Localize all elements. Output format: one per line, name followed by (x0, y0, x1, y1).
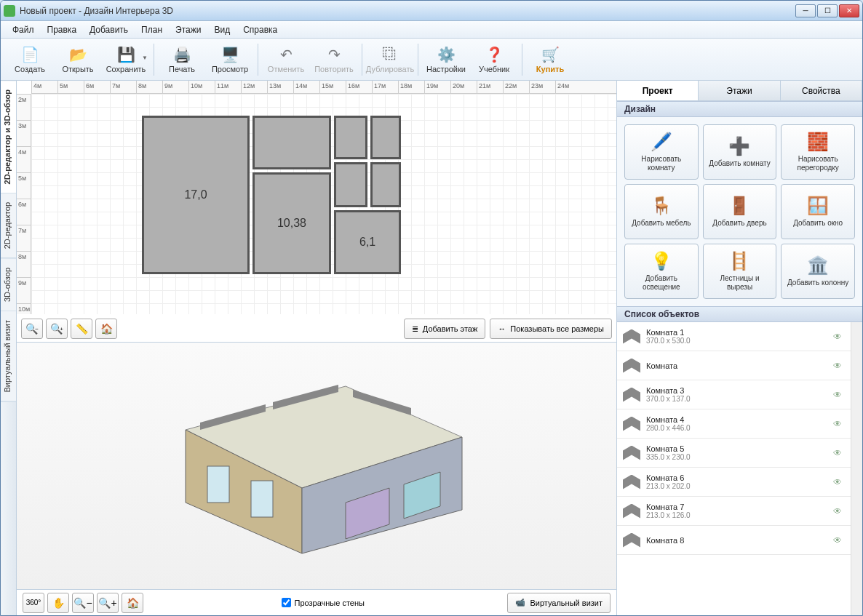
add-room-button[interactable]: ➕Добавить комнату (703, 124, 777, 180)
view-3d-area[interactable] (17, 343, 616, 589)
object-list-item[interactable]: Комната 8👁 (617, 526, 851, 555)
rotate-360-button[interactable]: 360° (23, 593, 44, 613)
menu-добавить[interactable]: Добавить (84, 23, 134, 37)
window-title: Новый проект - Дизайн Интерьера 3D (20, 6, 795, 16)
menubar: ФайлПравкаДобавитьПланЭтажиВидСправка (1, 21, 862, 39)
visibility-icon[interactable]: 👁 (833, 477, 845, 487)
add-window-icon: 🪟 (806, 196, 830, 216)
open-button[interactable]: 📂Открыть (55, 41, 101, 78)
plan-canvas[interactable]: 17,010,386,1 (31, 94, 616, 314)
room[interactable]: 6,1 (334, 210, 401, 274)
transparent-walls-checkbox[interactable]: Прозрачные стены (282, 598, 364, 607)
room[interactable]: 10,38 (252, 172, 331, 274)
ruler-horizontal: 4м5м6м7м8м9м10м11м12м13м14м15м16м17м18м1… (31, 81, 616, 94)
add-furniture-button[interactable]: 🪑Добавить мебель (624, 184, 699, 239)
add-column-button[interactable]: 🏛️Добавить колонну (781, 244, 855, 299)
zoom-in-3d-button[interactable]: 🔍+ (97, 593, 119, 613)
room[interactable] (370, 116, 401, 159)
menu-правка[interactable]: Правка (41, 23, 83, 37)
redo-button: ↷Повторить (311, 41, 357, 78)
pan-button[interactable]: ✋ (47, 593, 69, 613)
buy-button[interactable]: 🛒Купить (527, 41, 573, 78)
add-floor-button[interactable]: ≣ Добавить этаж (404, 319, 485, 339)
toolbar: 📄Создать📂Открыть💾Сохранить▼🖨️Печать🖥️Про… (1, 39, 862, 81)
vtab-3d[interactable]: 3D-обзор (1, 259, 16, 311)
visibility-icon[interactable]: 👁 (833, 332, 845, 342)
room[interactable] (252, 116, 331, 169)
object-list-item[interactable]: Комната 3370.0 x 137.0👁 (617, 380, 851, 409)
tab-project[interactable]: Проект (617, 81, 699, 100)
add-room-icon: ➕ (728, 136, 751, 156)
tab-floors[interactable]: Этажи (699, 81, 780, 100)
scrollbar-vertical[interactable] (851, 322, 862, 615)
ruler-tick: 8м (136, 81, 162, 93)
maximize-button[interactable]: ☐ (817, 4, 838, 17)
ruler-tick: 17м (372, 81, 398, 93)
view-button[interactable]: 🖥️Просмотр (207, 41, 253, 78)
objects-section-header: Список объектов (617, 306, 862, 322)
add-light-button[interactable]: 💡Добавить освещение (624, 244, 699, 299)
visibility-icon[interactable]: 👁 (833, 448, 845, 458)
menu-этажи[interactable]: Этажи (170, 23, 207, 37)
add-furniture-icon: 🪑 (650, 196, 673, 216)
menu-план[interactable]: План (135, 23, 168, 37)
room[interactable] (370, 162, 401, 207)
add-door-icon: 🚪 (728, 196, 751, 216)
duplicate-button: ⿻Дублировать (367, 41, 413, 78)
show-dimensions-button[interactable]: ↔ Показывать все размеры (490, 319, 612, 339)
zoom-in-button[interactable]: 🔍+ (46, 319, 68, 339)
save-icon: 💾 (116, 46, 136, 63)
room[interactable] (334, 116, 367, 159)
measure-button[interactable]: 📏 (71, 319, 92, 339)
object-list-item[interactable]: Комната 7213.0 x 126.0👁 (617, 497, 851, 526)
ruler-tick: 8м (17, 251, 31, 277)
object-list-item[interactable]: Комната👁 (617, 351, 851, 380)
vtab-virtual[interactable]: Виртуальный визит (1, 311, 16, 402)
dimensions-icon: ↔ (498, 324, 506, 333)
close-button[interactable]: ✕ (839, 4, 859, 17)
draw-room-button[interactable]: 🖊️Нарисовать комнату (624, 124, 699, 180)
zoom-out-button[interactable]: 🔍− (21, 319, 43, 339)
object-list-item[interactable]: Комната 4280.0 x 446.0👁 (617, 409, 851, 439)
menu-файл[interactable]: Файл (7, 23, 40, 37)
create-button[interactable]: 📄Создать (7, 41, 53, 78)
visibility-icon[interactable]: 👁 (833, 361, 845, 371)
menu-вид[interactable]: Вид (208, 23, 236, 37)
object-list-item[interactable]: Комната 1370.0 x 530.0👁 (617, 322, 851, 351)
right-tabs: ПроектЭтажиСвойства (617, 81, 862, 101)
virtual-visit-button[interactable]: 📹 Виртуальный визит (507, 593, 611, 613)
menu-справка[interactable]: Справка (237, 23, 283, 37)
zoom-out-3d-button[interactable]: 🔍− (72, 593, 94, 613)
buy-icon: 🛒 (540, 46, 560, 63)
add-window-button[interactable]: 🪟Добавить окно (781, 184, 855, 239)
settings-button[interactable]: ⚙️Настройки (423, 41, 469, 78)
vtab-2d[interactable]: 2D-редактор (1, 193, 16, 258)
object-list-item[interactable]: Комната 5335.0 x 230.0👁 (617, 439, 851, 468)
add-door-button[interactable]: 🚪Добавить дверь (703, 184, 777, 239)
room[interactable]: 17,0 (142, 116, 250, 274)
visibility-icon[interactable]: 👁 (833, 535, 845, 545)
object-list-item[interactable]: Комната 6213.0 x 202.0👁 (617, 468, 851, 497)
home-button[interactable]: 🏠 (95, 319, 117, 339)
room[interactable] (334, 162, 367, 207)
save-button[interactable]: 💾Сохранить▼ (103, 41, 149, 78)
layers-icon: ≣ (412, 324, 418, 334)
home-3d-button[interactable]: 🏠 (122, 593, 143, 613)
objects-list[interactable]: Комната 1370.0 x 530.0👁Комната👁Комната 3… (617, 322, 851, 615)
visibility-icon[interactable]: 👁 (833, 419, 845, 429)
draw-wall-button[interactable]: 🧱Нарисовать перегородку (781, 124, 855, 180)
room-icon (623, 417, 640, 431)
visibility-icon[interactable]: 👁 (833, 390, 845, 400)
ruler-tick: 19м (424, 81, 450, 93)
plan-2d-area[interactable]: 4м5м6м7м8м9м10м11м12м13м14м15м16м17м18м1… (17, 81, 616, 343)
print-button[interactable]: 🖨️Печать (159, 41, 205, 78)
tab-props[interactable]: Свойства (781, 81, 862, 100)
vtab-combo[interactable]: 2D-редактор и 3D-обзор (1, 81, 16, 193)
bottom-toolbar: 360° ✋ 🔍− 🔍+ 🏠 Прозрачные стены 📹 Виртуа… (17, 589, 616, 615)
minimize-button[interactable]: ─ (795, 4, 816, 17)
ruler-tick: 11м (215, 81, 241, 93)
visibility-icon[interactable]: 👁 (833, 506, 845, 516)
tutorial-button[interactable]: ❓Учебник (471, 41, 517, 78)
room-icon (623, 329, 640, 344)
stairs-button[interactable]: 🪜Лестницы и вырезы (703, 244, 777, 299)
